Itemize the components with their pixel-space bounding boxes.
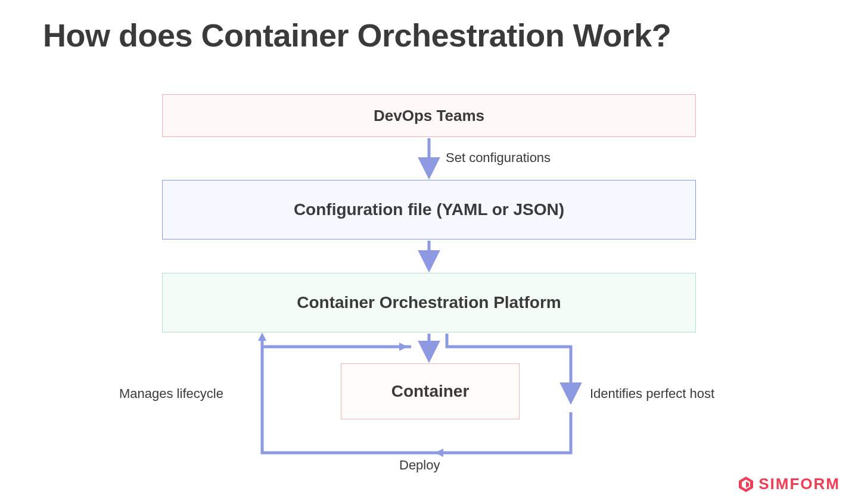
box-devops-teams: DevOps Teams xyxy=(162,94,696,137)
box-orchestration-platform: Container Orchestration Platform xyxy=(162,273,696,332)
label-manages-lifecycle: Manages lifecycle xyxy=(119,386,223,402)
arrowhead-inbound-left xyxy=(399,343,408,351)
arrowhead-deploy-left xyxy=(435,449,443,457)
label-set-configurations: Set configurations xyxy=(446,150,551,166)
brand-logo-text: SIMFORM xyxy=(758,475,840,493)
box-container-label: Container xyxy=(391,382,470,401)
label-deploy: Deploy xyxy=(399,458,440,473)
box-configuration-file: Configuration file (YAML or JSON) xyxy=(162,180,696,239)
box-config-label: Configuration file (YAML or JSON) xyxy=(294,200,564,219)
brand-logo-icon xyxy=(737,475,755,493)
box-container: Container xyxy=(341,363,520,419)
label-identifies-host: Identifies perfect host xyxy=(590,386,714,402)
diagram-title: How does Container Orchestration Work? xyxy=(43,17,671,54)
box-platform-label: Container Orchestration Platform xyxy=(297,293,561,312)
arrowhead-lifecycle-up xyxy=(258,332,266,341)
flow-arrows xyxy=(0,0,858,504)
box-devops-label: DevOps Teams xyxy=(374,107,484,125)
brand-logo: SIMFORM xyxy=(737,475,840,493)
